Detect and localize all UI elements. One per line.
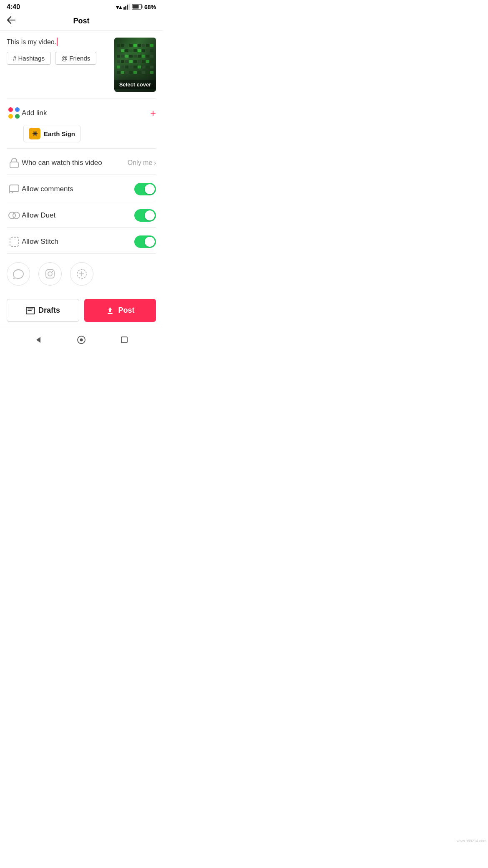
earth-sign-icon: ✳ xyxy=(29,128,40,139)
allow-duet-label: Allow Duet xyxy=(22,211,134,220)
battery-icon xyxy=(132,4,143,11)
bottom-buttons: Drafts Post xyxy=(0,294,163,327)
svg-rect-3 xyxy=(128,4,130,10)
drafts-button[interactable]: Drafts xyxy=(7,299,79,322)
earth-sign-badge[interactable]: ✳ Earth Sign xyxy=(23,125,80,142)
svg-rect-2 xyxy=(127,5,128,10)
add-link-plus-button[interactable]: + xyxy=(150,107,156,119)
who-can-watch-row[interactable]: Who can watch this video Only me › xyxy=(0,149,163,175)
chevron-right-icon: › xyxy=(154,159,156,166)
svg-marker-21 xyxy=(36,337,40,343)
svg-rect-7 xyxy=(10,162,18,168)
add-share-button[interactable] xyxy=(70,262,93,286)
status-icons: ▾▴ 68% xyxy=(116,4,156,11)
select-cover-label[interactable]: Select cover xyxy=(114,80,156,89)
message-share-button[interactable] xyxy=(7,262,30,286)
svg-rect-6 xyxy=(132,5,138,8)
colorful-dots-icon xyxy=(8,107,20,119)
nav-home-button[interactable] xyxy=(75,333,88,347)
who-can-watch-value[interactable]: Only me › xyxy=(128,159,156,167)
comments-icon xyxy=(7,182,22,197)
text-cursor xyxy=(57,38,58,46)
share-row xyxy=(0,254,163,294)
svg-point-23 xyxy=(80,339,83,342)
battery-percent: 68% xyxy=(144,4,156,10)
lock-icon xyxy=(7,155,22,170)
status-bar: 4:40 ▾▴ 68% xyxy=(0,0,163,13)
toggle-knob xyxy=(145,184,155,194)
toggle-knob-stitch xyxy=(145,237,155,247)
allow-duet-row: Allow Duet xyxy=(0,201,163,227)
page-header: Post xyxy=(0,13,163,31)
allow-comments-label: Allow comments xyxy=(22,185,134,193)
svg-rect-5 xyxy=(141,5,142,8)
signal-icon xyxy=(123,4,130,11)
hashtags-button[interactable]: # Hashtags xyxy=(7,52,51,65)
video-thumbnail[interactable]: Select cover xyxy=(114,38,156,92)
add-link-icon xyxy=(7,106,22,121)
dot-green xyxy=(15,114,20,119)
caption-text: This is my video. xyxy=(7,38,56,47)
allow-comments-toggle[interactable] xyxy=(134,183,156,195)
allow-stitch-label: Allow Stitch xyxy=(22,238,134,246)
status-time: 4:40 xyxy=(7,3,20,11)
dot-blue xyxy=(15,107,20,112)
nav-back-button[interactable] xyxy=(32,333,45,347)
allow-stitch-row: Allow Stitch xyxy=(0,228,163,253)
svg-rect-8 xyxy=(10,185,19,192)
toggle-knob-duet xyxy=(145,210,155,220)
allow-duet-toggle[interactable] xyxy=(134,209,156,222)
svg-point-10 xyxy=(13,212,20,219)
wifi-icon: ▾▴ xyxy=(116,4,122,10)
svg-rect-11 xyxy=(10,237,18,246)
svg-point-14 xyxy=(52,271,53,272)
nav-recents-button[interactable] xyxy=(118,333,131,347)
post-button[interactable]: Post xyxy=(84,299,156,322)
duet-icon xyxy=(7,208,22,223)
dot-yellow xyxy=(8,114,13,119)
caption-text-area[interactable]: This is my video. # Hashtags @ Friends xyxy=(7,38,109,92)
earth-sign-label: Earth Sign xyxy=(44,130,75,137)
svg-rect-12 xyxy=(46,270,54,278)
add-link-row[interactable]: Add link + xyxy=(0,99,163,125)
caption-input[interactable]: This is my video. xyxy=(7,38,109,47)
back-button[interactable] xyxy=(7,16,16,27)
allow-comments-row: Allow comments xyxy=(0,175,163,201)
svg-rect-24 xyxy=(121,337,127,343)
add-link-label: Add link xyxy=(22,109,150,117)
svg-rect-20 xyxy=(28,310,32,311)
caption-area: This is my video. # Hashtags @ Friends xyxy=(0,31,163,99)
android-nav-bar xyxy=(0,327,163,352)
who-can-watch-label: Who can watch this video xyxy=(22,159,128,167)
svg-rect-19 xyxy=(28,309,33,309)
svg-rect-0 xyxy=(123,7,125,10)
page-title: Post xyxy=(73,17,89,25)
tag-buttons: # Hashtags @ Friends xyxy=(7,52,109,65)
dot-red xyxy=(8,107,13,112)
friends-button[interactable]: @ Friends xyxy=(55,52,96,65)
instagram-share-button[interactable] xyxy=(38,262,62,286)
svg-rect-1 xyxy=(125,6,126,10)
svg-point-13 xyxy=(48,272,52,276)
allow-stitch-toggle[interactable] xyxy=(134,235,156,248)
stitch-icon xyxy=(7,234,22,249)
